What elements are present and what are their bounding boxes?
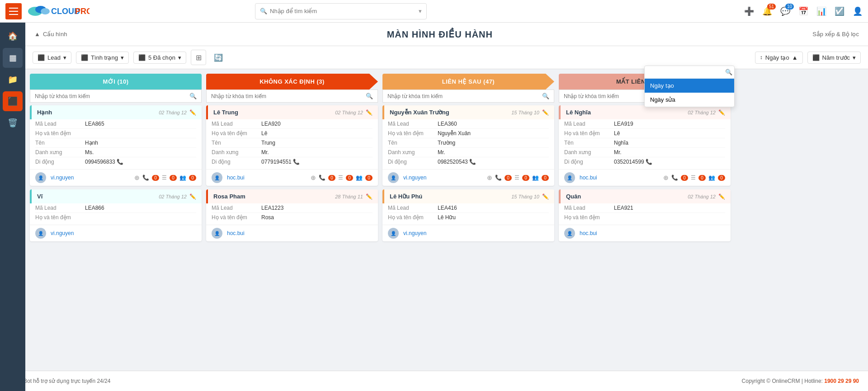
dropdown-item-ngay-sua[interactable]: Ngày sửa (645, 93, 734, 107)
checklist-button[interactable]: ☑️ (835, 6, 844, 16)
user-link-nguyen-xuan-truong[interactable]: vi.nguyen (403, 174, 426, 181)
user-link-rosa-pham[interactable]: hoc.bui (227, 230, 245, 236)
sort-filter-button[interactable]: Sắp xếp & Bộ lọc (812, 31, 859, 38)
date-filter-button[interactable]: ⬛ Năm trước ▾ (807, 52, 861, 64)
sort-dropdown-overlay: 🔍 Ngày tạo Ngày sửa (644, 66, 735, 107)
card-rosa-pham: Rosa Pham 28 Tháng 11 ✏️ Mã Lead LEA1223… (206, 189, 378, 241)
sidebar-item-kanban[interactable]: ⬛ (3, 91, 23, 111)
card-date-le-trung: 02 Tháng 12 (335, 110, 363, 115)
config-label: Cấu hình (43, 31, 67, 38)
config-button[interactable]: ▲ Cấu hình (34, 31, 67, 38)
add-action-button[interactable]: ⊕ (663, 174, 669, 181)
sort-dropdown-button[interactable]: ↕ Ngày tạo ▲ (755, 52, 803, 64)
status-filter-button[interactable]: ⬛ Tình trạng ▾ (76, 52, 129, 64)
user-link-le-trung[interactable]: hoc.bui (227, 174, 245, 181)
column-search-kxd[interactable]: 🔍 (206, 90, 378, 103)
chosen-filter-button[interactable]: ⬛ 5 Đã chọn ▾ (133, 52, 186, 64)
group-badge: 0 (718, 175, 725, 181)
kanban-column-lien-he-sau: LIÊN HỆ SAU (47) 🔍 Nguyễn Xuân Trường 15… (382, 74, 554, 388)
group-icon: 👥 (532, 174, 539, 181)
card-body-vi: Mã Lead LEA866 Họ và tên đệm (30, 203, 202, 225)
edit-icon-le-huu-phu[interactable]: ✏️ (542, 193, 549, 200)
column-search-input-moi[interactable] (35, 93, 187, 99)
table-row: Tên Trường (388, 138, 549, 148)
edit-icon-vi[interactable]: ✏️ (189, 193, 196, 200)
call-badge: 0 (505, 175, 512, 181)
chart-button[interactable]: 📊 (816, 6, 826, 16)
card-nguyen-xuan-truong: Nguyễn Xuân Trường 15 Tháng 10 ✏️ Mã Lea… (382, 105, 554, 186)
list-icon: ☰ (691, 174, 696, 181)
column-search-input-kxd[interactable] (211, 93, 363, 99)
sidebar-item-trash[interactable]: 🗑️ (3, 113, 23, 133)
edit-icon-nguyen-xuan-truong[interactable]: ✏️ (542, 109, 549, 116)
global-search-bar[interactable]: 🔍 ▾ (255, 3, 427, 19)
card-body-quan: Mã Lead LEA921 Họ và tên đệm (559, 203, 731, 225)
edit-icon-hanh[interactable]: ✏️ (189, 109, 196, 116)
group-icon: 👥 (356, 174, 363, 181)
sidebar-item-home[interactable]: 🏠 (3, 26, 23, 46)
card-header-le-trung: Lê Trung 02 Tháng 12 ✏️ (206, 105, 378, 119)
sidebar-item-folder[interactable]: 📁 (3, 70, 23, 90)
edit-icon-le-nghia[interactable]: ✏️ (718, 109, 725, 116)
chosen-funnel-icon: ⬛ (138, 54, 146, 61)
card-date-le-huu-phu: 15 Tháng 10 (511, 194, 539, 199)
profile-button[interactable]: 👤 (853, 6, 863, 16)
grid-view-button[interactable]: ⊞ (191, 50, 206, 65)
user-link-quan[interactable]: hoc.bui (580, 230, 597, 236)
table-row: Tên Trung (212, 138, 373, 148)
dropdown-search-input[interactable] (649, 69, 725, 75)
group-badge: 0 (189, 175, 196, 181)
table-row: Mã Lead LEA921 (564, 203, 725, 213)
call-badge: 0 (152, 175, 159, 181)
card-footer-vi: 👤 vi.nguyen (30, 225, 202, 241)
edit-icon-le-trung[interactable]: ✏️ (366, 109, 373, 116)
edit-icon-quan[interactable]: ✏️ (718, 193, 725, 200)
chevron-down-icon[interactable]: ▾ (419, 8, 422, 14)
search-input[interactable] (270, 8, 416, 14)
add-action-button[interactable]: ⊕ (134, 174, 140, 181)
card-footer-hanh: 👤 vi.nguyen ⊕ 📞 0 ☰ 0 👥 0 (30, 169, 202, 186)
search-icon: 🔍 (260, 8, 267, 14)
status-filter-label: Tình trạng (91, 54, 118, 61)
column-search-lhs[interactable]: 🔍 (382, 90, 554, 103)
table-row: Tên Nghĩa (564, 138, 725, 148)
bell-button[interactable]: 🔔 51 (762, 6, 772, 16)
user-link-vi[interactable]: vi.nguyen (51, 230, 74, 236)
call-icon: 📞 (142, 174, 149, 181)
date-funnel-icon: ⬛ (812, 54, 820, 61)
lead-filter-button[interactable]: ⬛ Lead ▾ (33, 52, 71, 64)
call-icon: 📞 (319, 174, 326, 181)
card-name-le-nghia: Lê Nghĩa (566, 109, 591, 116)
chosen-filter-label: 5 Đã chọn (148, 54, 175, 61)
table-row: Di động 0779194551 📞 (212, 157, 373, 166)
card-name-quan: Quân (566, 193, 581, 200)
table-row: Danh xưng Ms. (35, 148, 196, 157)
card-body-le-nghia: Mã Lead LEA919 Họ và tên đệm Lê Tên Nghĩ… (559, 119, 731, 169)
add-action-button[interactable]: ⊕ (311, 174, 316, 181)
edit-icon-rosa-pham[interactable]: ✏️ (366, 193, 373, 200)
card-body-nguyen-xuan-truong: Mã Lead LEA360 Họ và tên đệm Nguyễn Xuân… (382, 119, 554, 169)
refresh-button[interactable]: 🔄 (211, 50, 226, 65)
add-action-button[interactable]: ⊕ (487, 174, 492, 181)
dropdown-item-ngay-tao[interactable]: Ngày tạo (645, 79, 734, 93)
hotline-number[interactable]: 1900 29 29 90 (824, 378, 859, 384)
calendar-button[interactable]: 📅 (798, 6, 808, 16)
lead-chevron-icon: ▾ (63, 54, 66, 61)
user-link-le-nghia[interactable]: hoc.bui (580, 174, 597, 181)
card-name-vi: Vĩ (37, 193, 42, 200)
menu-toggle-button[interactable] (5, 3, 22, 19)
table-row: Mã Lead LEA416 (388, 203, 549, 213)
chat-button[interactable]: 💬 10 (780, 6, 790, 16)
user-link-le-huu-phu[interactable]: vi.nguyen (403, 230, 426, 236)
card-footer-rosa-pham: 👤 hoc.bui (206, 225, 378, 241)
column-search-moi[interactable]: 🔍 (30, 90, 202, 103)
kanban-column-khong-xac-dinh: KHÔNG XÁC ĐỊNH (3) 🔍 Lê Trung 02 Tháng 1… (206, 74, 378, 388)
add-button[interactable]: ➕ (744, 6, 754, 16)
column-header-lien-he-sau: LIÊN HỆ SAU (47) (382, 74, 554, 90)
top-navigation: CLOUD PRO 🔍 ▾ ➕ 🔔 51 💬 10 📅 📊 ☑️ 👤 (0, 0, 868, 23)
nav-icon-group: ➕ 🔔 51 💬 10 📅 📊 ☑️ 👤 (744, 6, 863, 16)
column-search-input-lhs[interactable] (387, 93, 539, 99)
user-link-hanh[interactable]: vi.nguyen (51, 174, 74, 181)
card-header-vi: Vĩ 02 Tháng 12 ✏️ (30, 189, 202, 203)
sidebar-item-dashboard[interactable]: ▦ (3, 48, 23, 68)
